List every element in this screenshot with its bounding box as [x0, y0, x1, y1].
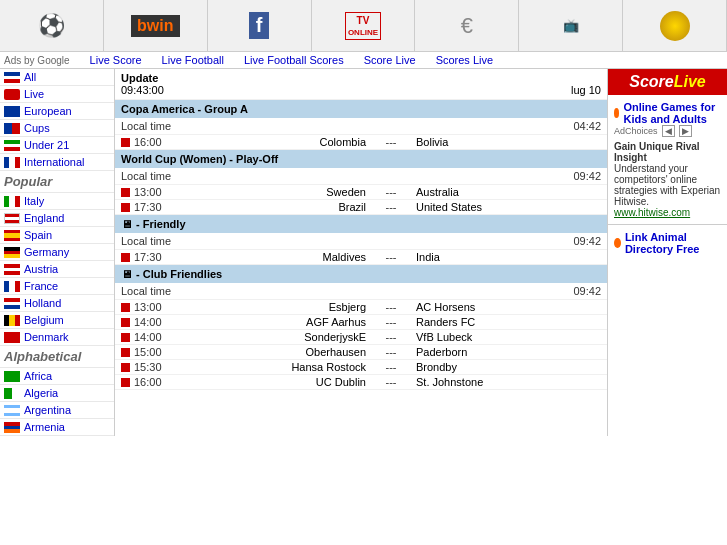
sidebar-item-international[interactable]: International: [0, 154, 114, 171]
match-vs: ---: [376, 301, 406, 313]
sidebar-item-european-label: European: [24, 105, 72, 117]
match-time: 17:30: [134, 201, 162, 213]
match-away: St. Johnstone: [406, 376, 601, 388]
ad1-link[interactable]: www.hitwise.com: [614, 207, 690, 218]
banner-facebook[interactable]: f: [208, 0, 312, 51]
match-home: Brazil: [181, 201, 376, 213]
match-away: Bolivia: [406, 136, 601, 148]
sidebar-item-italy[interactable]: Italy: [0, 193, 114, 210]
sidebar-item-international-label: International: [24, 156, 85, 168]
ad1-body: Gain Unique Rival Insight Understand you…: [614, 141, 721, 218]
sidebar-item-denmark[interactable]: Denmark: [0, 329, 114, 346]
group-friendly: 🖥- Friendly: [115, 215, 607, 233]
sidebar-item-under21-label: Under 21: [24, 139, 69, 151]
ad-link-live-football[interactable]: Live Football: [162, 54, 224, 66]
match-time: 14:00: [134, 316, 162, 328]
match-home: Sweden: [181, 186, 376, 198]
ad-block-2: Link Animal Directory Free: [608, 225, 727, 261]
ad-link-live-football-scores[interactable]: Live Football Scores: [244, 54, 344, 66]
table-row[interactable]: 13:00 Esbjerg --- AC Horsens: [115, 300, 607, 315]
club-friendlies-title: - Club Friendlies: [136, 268, 222, 280]
match-time: 16:00: [134, 136, 162, 148]
sidebar-item-armenia[interactable]: Armenia: [0, 419, 114, 436]
match-vs: ---: [376, 376, 406, 388]
sidebar-item-france[interactable]: France: [0, 278, 114, 295]
sidebar-item-germany[interactable]: Germany: [0, 244, 114, 261]
sidebar-popular-header: Popular: [0, 171, 114, 193]
table-row[interactable]: 14:00 SonderjyskE --- VfB Lubeck: [115, 330, 607, 345]
sidebar-item-france-label: France: [24, 280, 58, 292]
match-away: United States: [406, 201, 601, 213]
sidebar-item-algeria[interactable]: Algeria: [0, 385, 114, 402]
sidebar-item-all[interactable]: All: [0, 69, 114, 86]
table-row[interactable]: 15:00 Oberhausen --- Paderborn: [115, 345, 607, 360]
ad-choices-next-icon[interactable]: ▶: [679, 125, 692, 137]
cf-localtime: Local time 09:42: [115, 283, 607, 300]
table-row[interactable]: 17:30 Maldives --- India: [115, 250, 607, 265]
ad-choices-prev-icon[interactable]: ◀: [662, 125, 675, 137]
world-cup-women-title: World Cup (Women) - Play-Off: [121, 153, 278, 165]
banner-soccer[interactable]: ⚽: [0, 0, 104, 51]
match-away: Brondby: [406, 361, 601, 373]
ad1-title[interactable]: Online Games for Kids and Adults: [623, 101, 721, 125]
sidebar-item-under21[interactable]: Under 21: [0, 137, 114, 154]
banner-tv-online[interactable]: TVONLINE: [312, 0, 416, 51]
ads-label: Ads by Google: [4, 55, 70, 66]
table-row[interactable]: 16:00 Colombia --- Bolivia: [115, 135, 607, 150]
banner-bwin[interactable]: bwin: [104, 0, 208, 51]
flag-armenia-icon: [4, 422, 20, 433]
table-row[interactable]: 17:30 Brazil --- United States: [115, 200, 607, 215]
sidebar-item-england[interactable]: England: [0, 210, 114, 227]
sidebar-item-live[interactable]: Live: [0, 86, 114, 103]
sidebar-item-live-label: Live: [24, 88, 44, 100]
sidebar-item-holland[interactable]: Holland: [0, 295, 114, 312]
table-row[interactable]: 16:00 UC Dublin --- St. Johnstone: [115, 375, 607, 390]
center-content: Update 09:43:00 lug 10 Copa America - Gr…: [115, 69, 607, 436]
ad-link-scores-live[interactable]: Scores Live: [436, 54, 493, 66]
table-row[interactable]: 13:00 Sweden --- Australia: [115, 185, 607, 200]
flag-africa-icon: [4, 371, 20, 382]
match-vs: ---: [376, 186, 406, 198]
sidebar-item-spain[interactable]: Spain: [0, 227, 114, 244]
ad-link-score-live[interactable]: Score Live: [364, 54, 416, 66]
flag-cups-icon: [4, 123, 20, 134]
match-time: 13:00: [134, 186, 162, 198]
sidebar-item-belgium[interactable]: Belgium: [0, 312, 114, 329]
match-home: Oberhausen: [181, 346, 376, 358]
ad1-body-title: Gain Unique Rival Insight: [614, 141, 700, 163]
match-away: Australia: [406, 186, 601, 198]
sidebar-item-denmark-label: Denmark: [24, 331, 69, 343]
sidebar-item-belgium-label: Belgium: [24, 314, 64, 326]
banner-gold[interactable]: [623, 0, 727, 51]
sidebar-item-european[interactable]: European: [0, 103, 114, 120]
match-home: UC Dublin: [181, 376, 376, 388]
flag-belgium-icon: [4, 315, 20, 326]
copa-local-label: Local time: [121, 120, 171, 132]
banner-euro[interactable]: €: [415, 0, 519, 51]
sidebar-item-africa[interactable]: Africa: [0, 368, 114, 385]
match-vs: ---: [376, 346, 406, 358]
sidebar-item-africa-label: Africa: [24, 370, 52, 382]
ad2-title[interactable]: Link Animal Directory Free: [625, 231, 721, 255]
sidebar-item-argentina[interactable]: Argentina: [0, 402, 114, 419]
sidebar-item-austria-label: Austria: [24, 263, 58, 275]
flag-eu-icon: [4, 106, 20, 117]
cf-local-label: Local time: [121, 285, 171, 297]
sidebar-item-cups[interactable]: Cups: [0, 120, 114, 137]
table-row[interactable]: 14:00 AGF Aarhus --- Randers FC: [115, 315, 607, 330]
sidebar-item-austria[interactable]: Austria: [0, 261, 114, 278]
banner-tv2[interactable]: 📺: [519, 0, 623, 51]
match-time: 15:00: [134, 346, 162, 358]
flag-denmark-icon: [4, 332, 20, 343]
sidebar-item-cups-label: Cups: [24, 122, 50, 134]
friendly-title: - Friendly: [136, 218, 186, 230]
match-home: Maldives: [181, 251, 376, 263]
live-indicator-icon: [121, 203, 130, 212]
table-row[interactable]: 15:30 Hansa Rostock --- Brondby: [115, 360, 607, 375]
match-away: AC Horsens: [406, 301, 601, 313]
ad-link-live-score[interactable]: Live Score: [90, 54, 142, 66]
sidebar-item-holland-label: Holland: [24, 297, 61, 309]
sidebar-item-england-label: England: [24, 212, 64, 224]
live-indicator-icon: [121, 138, 130, 147]
flag-england-icon: [4, 213, 20, 224]
